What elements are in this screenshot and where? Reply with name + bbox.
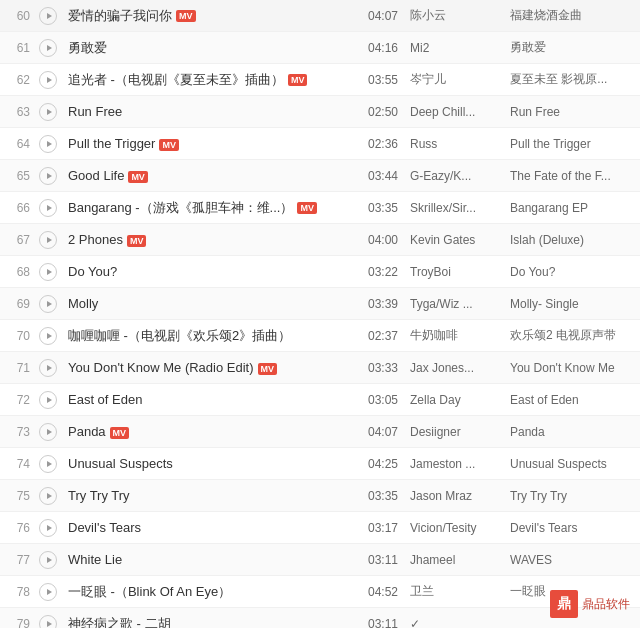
track-artist[interactable]: 陈小云 — [406, 7, 506, 24]
play-button[interactable] — [39, 455, 57, 473]
track-title[interactable]: 勇敢爱 — [60, 39, 360, 57]
track-artist[interactable]: Desiigner — [406, 425, 506, 439]
play-button[interactable] — [39, 551, 57, 569]
play-button[interactable] — [39, 103, 57, 121]
track-title[interactable]: PandaMV — [60, 424, 360, 439]
track-title[interactable]: 咖喱咖喱 -（电视剧《欢乐颂2》插曲） — [60, 327, 360, 345]
track-title[interactable]: White Lie — [60, 552, 360, 567]
track-artist[interactable]: Jhameel — [406, 553, 506, 567]
track-artist[interactable]: Mi2 — [406, 41, 506, 55]
track-artist[interactable]: Jason Mraz — [406, 489, 506, 503]
play-button[interactable] — [39, 423, 57, 441]
track-artist[interactable]: G-Eazy/K... — [406, 169, 506, 183]
track-title[interactable]: 2 PhonesMV — [60, 232, 360, 247]
mv-icon[interactable]: MV — [176, 10, 196, 22]
track-artist[interactable]: Jax Jones... — [406, 361, 506, 375]
track-album[interactable]: Panda — [506, 425, 636, 439]
play-button-col[interactable] — [36, 263, 60, 281]
play-button[interactable] — [39, 359, 57, 377]
track-album[interactable]: 夏至未至 影视原... — [506, 71, 636, 88]
track-artist[interactable]: 卫兰 — [406, 583, 506, 600]
track-album[interactable]: 福建烧酒金曲 — [506, 7, 636, 24]
track-title[interactable]: Good LifeMV — [60, 168, 360, 183]
track-album[interactable]: Devil's Tears — [506, 521, 636, 535]
track-title[interactable]: Pull the TriggerMV — [60, 136, 360, 151]
track-title[interactable]: Molly — [60, 296, 360, 311]
track-artist[interactable]: Skrillex/Sir... — [406, 201, 506, 215]
track-artist[interactable]: Vicion/Tesity — [406, 521, 506, 535]
play-button-col[interactable] — [36, 103, 60, 121]
track-title[interactable]: East of Eden — [60, 392, 360, 407]
play-button-col[interactable] — [36, 583, 60, 601]
play-button-col[interactable] — [36, 295, 60, 313]
play-button[interactable] — [39, 263, 57, 281]
play-button[interactable] — [39, 167, 57, 185]
play-button-col[interactable] — [36, 359, 60, 377]
play-button-col[interactable] — [36, 167, 60, 185]
track-title[interactable]: Do You? — [60, 264, 360, 279]
track-album[interactable]: Run Free — [506, 105, 636, 119]
track-title[interactable]: Devil's Tears — [60, 520, 360, 535]
play-button[interactable] — [39, 615, 57, 629]
play-button-col[interactable] — [36, 551, 60, 569]
track-artist[interactable]: Zella Day — [406, 393, 506, 407]
track-artist[interactable]: 牛奶咖啡 — [406, 327, 506, 344]
play-button-col[interactable] — [36, 391, 60, 409]
track-album[interactable]: East of Eden — [506, 393, 636, 407]
track-title[interactable]: You Don't Know Me (Radio Edit)MV — [60, 360, 360, 375]
track-album[interactable]: Islah (Deluxe) — [506, 233, 636, 247]
track-title[interactable]: 一眨眼 -（Blink Of An Eye） — [60, 583, 360, 601]
track-artist[interactable]: ✓ — [406, 617, 506, 629]
play-button[interactable] — [39, 39, 57, 57]
play-button-col[interactable] — [36, 199, 60, 217]
track-album[interactable]: Do You? — [506, 265, 636, 279]
mv-icon[interactable]: MV — [127, 235, 147, 247]
mv-icon[interactable]: MV — [128, 171, 148, 183]
play-button-col[interactable] — [36, 7, 60, 25]
track-album[interactable]: Pull the Trigger — [506, 137, 636, 151]
play-button-col[interactable] — [36, 231, 60, 249]
track-artist[interactable]: TroyBoi — [406, 265, 506, 279]
track-artist[interactable]: Russ — [406, 137, 506, 151]
track-album[interactable]: WAVES — [506, 553, 636, 567]
play-button-col[interactable] — [36, 615, 60, 629]
track-title[interactable]: 神经病之歌 - 二胡 — [60, 615, 360, 629]
play-button[interactable] — [39, 487, 57, 505]
play-button-col[interactable] — [36, 327, 60, 345]
play-button-col[interactable] — [36, 455, 60, 473]
play-button-col[interactable] — [36, 71, 60, 89]
play-button[interactable] — [39, 327, 57, 345]
track-artist[interactable]: Deep Chill... — [406, 105, 506, 119]
track-title[interactable]: 爱情的骗子我问你MV — [60, 7, 360, 25]
track-album[interactable]: You Don't Know Me — [506, 361, 636, 375]
track-album[interactable]: Bangarang EP — [506, 201, 636, 215]
track-album[interactable]: Molly- Single — [506, 297, 636, 311]
track-title[interactable]: Run Free — [60, 104, 360, 119]
mv-icon[interactable]: MV — [297, 202, 317, 214]
track-album[interactable]: Unusual Suspects — [506, 457, 636, 471]
play-button[interactable] — [39, 135, 57, 153]
play-button[interactable] — [39, 231, 57, 249]
mv-icon[interactable]: MV — [159, 139, 179, 151]
play-button[interactable] — [39, 295, 57, 313]
play-button[interactable] — [39, 519, 57, 537]
track-artist[interactable]: 岑宁儿 — [406, 71, 506, 88]
track-title[interactable]: Unusual Suspects — [60, 456, 360, 471]
track-title[interactable]: Bangarang -（游戏《孤胆车神：维...）MV — [60, 199, 360, 217]
play-button[interactable] — [39, 583, 57, 601]
mv-icon[interactable]: MV — [258, 363, 278, 375]
play-button[interactable] — [39, 199, 57, 217]
track-album[interactable]: Try Try Try — [506, 489, 636, 503]
play-button[interactable] — [39, 71, 57, 89]
play-button-col[interactable] — [36, 135, 60, 153]
track-title[interactable]: 追光者 -（电视剧《夏至未至》插曲）MV — [60, 71, 360, 89]
play-button-col[interactable] — [36, 487, 60, 505]
track-artist[interactable]: Jameston ... — [406, 457, 506, 471]
track-artist[interactable]: Kevin Gates — [406, 233, 506, 247]
mv-icon[interactable]: MV — [110, 427, 130, 439]
play-button-col[interactable] — [36, 423, 60, 441]
play-button[interactable] — [39, 7, 57, 25]
track-album[interactable]: The Fate of the F... — [506, 169, 636, 183]
play-button-col[interactable] — [36, 519, 60, 537]
track-artist[interactable]: Tyga/Wiz ... — [406, 297, 506, 311]
